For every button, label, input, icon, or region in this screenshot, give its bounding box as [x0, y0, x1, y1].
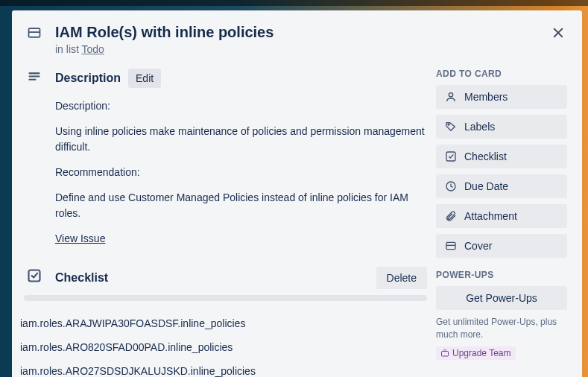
tag-icon: [445, 121, 457, 133]
cover-label: Cover: [464, 240, 492, 252]
card-title[interactable]: IAM Role(s) with inline policies: [55, 22, 567, 42]
upgrade-team-label: Upgrade Team: [452, 348, 511, 358]
card-icon: [27, 25, 45, 43]
close-icon: [551, 26, 565, 39]
description-heading: Description: [55, 72, 121, 85]
get-powerups-button[interactable]: Get Power-Ups: [436, 286, 567, 310]
svg-rect-5: [29, 72, 40, 74]
cover-icon: [445, 240, 457, 252]
checklist-label: Checklist: [464, 151, 507, 162]
due-date-label: Due Date: [464, 180, 508, 192]
checklist-item[interactable]: iam.roles.ARO820SFAD00PAD.inline_policie…: [12, 335, 427, 359]
desc-line: Description:: [55, 98, 427, 115]
clock-icon: [445, 180, 457, 192]
checklist-item[interactable]: iam.roles.ARO27SDSDJKALUJSKD.inline_poli…: [12, 359, 427, 377]
description-body[interactable]: Description: Using inline policies make …: [55, 98, 427, 247]
edit-description-button[interactable]: Edit: [128, 69, 161, 88]
view-issue-link[interactable]: View Issue: [55, 232, 105, 244]
card-modal: IAM Role(s) with inline policies in list…: [12, 10, 582, 377]
delete-checklist-button[interactable]: Delete: [376, 267, 427, 289]
svg-rect-6: [29, 76, 40, 77]
add-to-card-heading: ADD TO CARD: [436, 69, 567, 79]
get-powerups-label: Get Power-Ups: [466, 292, 537, 304]
members-button[interactable]: Members: [436, 85, 567, 109]
upgrade-team-chip[interactable]: Upgrade Team: [436, 346, 516, 360]
checklist-icon: [27, 268, 45, 286]
svg-point-9: [449, 93, 452, 97]
svg-rect-15: [442, 351, 449, 356]
in-list-line: in list Todo: [55, 43, 567, 55]
attachment-label: Attachment: [464, 210, 517, 222]
checklist-heading: Checklist: [55, 271, 108, 285]
checklist-item-label: iam.roles.ARO27SDSDJKALUJSKD.inline_poli…: [20, 365, 256, 377]
labels-label: Labels: [464, 121, 495, 133]
checklist-progress-percent: 0%: [12, 294, 16, 302]
labels-button[interactable]: Labels: [436, 115, 567, 139]
checklist-item-label: iam.roles.ARO820SFAD00PAD.inline_policie…: [20, 341, 233, 353]
close-button[interactable]: [548, 22, 569, 43]
paperclip-icon: [445, 210, 457, 222]
briefcase-icon: [440, 349, 449, 358]
svg-rect-11: [446, 152, 455, 161]
svg-rect-7: [29, 79, 37, 80]
members-label: Members: [464, 91, 508, 103]
powerups-note: Get unlimited Power-Ups, plus much more.: [436, 316, 567, 342]
checklist-progress-bar: [24, 295, 427, 301]
desc-line: Define and use Customer Managed Policies…: [55, 190, 427, 222]
checkbox-icon: [445, 151, 457, 162]
in-list-prefix: in list: [55, 43, 82, 55]
powerups-heading: POWER-UPS: [436, 270, 567, 280]
attachment-button[interactable]: Attachment: [436, 204, 567, 228]
person-icon: [445, 91, 457, 103]
checklist-item-label: iam.roles.ARAJWIPA30FOASDSF.inline_polic…: [20, 317, 245, 329]
desc-line: Recommendation:: [55, 165, 427, 181]
list-link[interactable]: Todo: [82, 43, 104, 55]
checklist-item[interactable]: iam.roles.ARAJWIPA30FOASDSF.inline_polic…: [12, 311, 427, 335]
due-date-button[interactable]: Due Date: [436, 174, 567, 198]
description-icon: [27, 70, 45, 88]
desc-line: Using inline policies make maintenance o…: [55, 124, 427, 156]
cover-button[interactable]: Cover: [436, 234, 567, 258]
checklist-button[interactable]: Checklist: [436, 145, 567, 168]
svg-point-10: [448, 124, 449, 125]
